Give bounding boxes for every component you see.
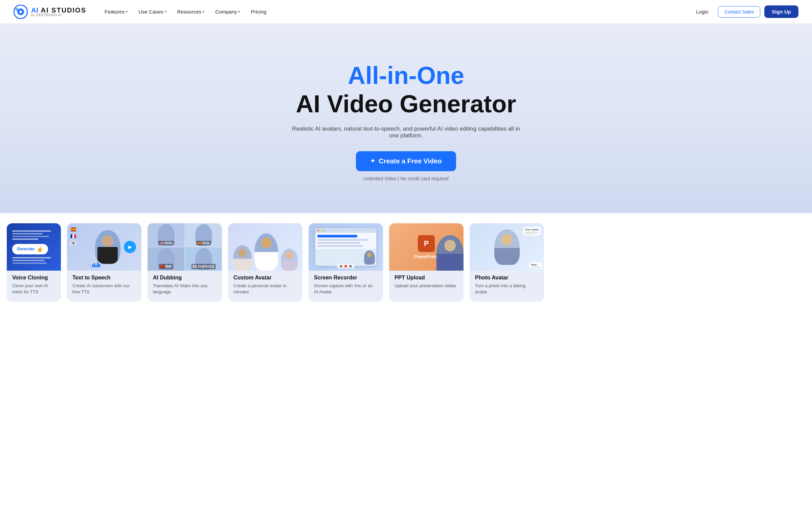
- cursor-icon: ☝: [37, 246, 43, 252]
- flag-row: 🇪🇸 🇫🇷 🇰🇷: [70, 227, 76, 246]
- feature-cards-strip: Generate ☝ Voice Cloning Clone your own …: [0, 213, 812, 312]
- contact-sales-button[interactable]: Contact Sales: [718, 6, 760, 18]
- card-ai-dubbing[interactable]: 🇺🇸 Hello 🇪🇸 Hola 🇨🇳 你好 🇰🇷 안녕하세요 AI Dubbi…: [147, 223, 222, 302]
- card-photo-avatar[interactable]: Your name Your Photo Avatar Turn a photo…: [470, 223, 544, 302]
- card-ppt-upload[interactable]: P PowerPoint PPT Upload Upload your pres…: [389, 223, 464, 302]
- sparkle-icon: ✦: [370, 157, 375, 165]
- dubbing-grid: 🇺🇸 Hello 🇪🇸 Hola 🇨🇳 你好 🇰🇷 안녕하세요: [147, 223, 222, 271]
- card-tts-desc: Create AI voiceovers with our free TTS: [72, 283, 136, 295]
- signup-button[interactable]: Sign Up: [764, 5, 798, 18]
- card-screen-desc: Screen capture with You or an AI Avatar: [314, 283, 378, 295]
- card-ppt-title: PPT Upload: [395, 275, 458, 281]
- card-tts-content: Text to Speech Create AI voiceovers with…: [67, 271, 141, 295]
- flag-label-en: 🇺🇸 Hello: [158, 241, 174, 245]
- card-ppt-desc: Upload your presentation slides: [395, 283, 458, 289]
- chevron-down-icon: ▾: [238, 10, 240, 14]
- card-photo-title: Photo Avatar: [475, 275, 539, 281]
- card-photo-image: Your name Your: [470, 223, 544, 271]
- card-avatar-desc: Create a personal avatar in minutes: [233, 283, 297, 295]
- card-screen-recorder[interactable]: Screen Recorder Screen capture with You …: [309, 223, 383, 302]
- card-screen-content: Screen Recorder Screen capture with You …: [309, 271, 383, 295]
- chevron-down-icon: ▾: [203, 10, 204, 14]
- card-screen-image: [309, 223, 383, 271]
- play-button-mock: ▶: [124, 241, 136, 253]
- card-dubbing-content: AI Dubbing Translates AI Video into any …: [147, 271, 222, 295]
- card-avatar-title: Custom Avatar: [233, 275, 297, 281]
- nav-resources[interactable]: Resources ▾: [173, 6, 210, 17]
- nav-usecases[interactable]: Use Cases ▾: [134, 6, 171, 17]
- svg-point-4: [16, 9, 18, 10]
- logo-text: AI AI STUDIOS by DEEPBRAIN AI: [31, 7, 86, 17]
- card-avatar-image: [228, 223, 303, 271]
- tts-illustration: 🇪🇸 🇫🇷 🇰🇷 ▶ →: [67, 223, 141, 271]
- flag-label-kr: 🇰🇷 안녕하세요: [191, 264, 216, 269]
- card-dubbing-image: 🇺🇸 Hello 🇪🇸 Hola 🇨🇳 你好 🇰🇷 안녕하세요: [147, 223, 222, 271]
- card-dubbing-title: AI Dubbing: [153, 275, 217, 281]
- logo-icon: [14, 5, 28, 19]
- logo-sub: by DEEPBRAIN AI: [31, 14, 86, 17]
- card-photo-desc: Turn a photo into a talking avatar: [475, 283, 539, 295]
- card-tts-title: Text to Speech: [72, 275, 136, 281]
- card-voice-content: Voice Cloning Clone your own AI voice fo…: [7, 271, 61, 295]
- card-screen-title: Screen Recorder: [314, 275, 378, 281]
- card-voice-image: Generate ☝: [7, 223, 61, 271]
- nav-pricing[interactable]: Pricing: [246, 6, 271, 17]
- card-text-to-speech[interactable]: 🇪🇸 🇫🇷 🇰🇷 ▶ →: [67, 223, 141, 302]
- nav-links: Features ▾ Use Cases ▾ Resources ▾ Compa…: [100, 6, 690, 17]
- hero-note: Unlimited Video | No credit card require…: [363, 176, 449, 181]
- generate-label: Generate: [17, 247, 35, 251]
- nav-actions: Login Contact Sales Sign Up: [690, 5, 798, 18]
- nav-company[interactable]: Company ▾: [211, 6, 245, 17]
- hero-subtitle: Realistic AI avatars, natural text-to-sp…: [291, 126, 521, 139]
- flag-label-cn: 🇨🇳 你好: [159, 264, 173, 269]
- chevron-down-icon: ▾: [126, 10, 128, 14]
- logo-name: AI AI STUDIOS: [31, 7, 86, 14]
- chevron-down-icon: ▾: [165, 10, 166, 14]
- login-button[interactable]: Login: [690, 6, 714, 17]
- create-free-video-button[interactable]: ✦ Create a Free Video: [356, 151, 456, 171]
- generate-button-mock: Generate ☝: [12, 244, 48, 254]
- navbar: AI AI STUDIOS by DEEPBRAIN AI Features ▾…: [0, 0, 812, 24]
- name-card-overlay: Your name: [523, 227, 541, 235]
- hero-title-black: AI Video Generator: [296, 91, 516, 118]
- card-voice-cloning[interactable]: Generate ☝ Voice Cloning Clone your own …: [7, 223, 61, 302]
- card-avatar-content: Custom Avatar Create a personal avatar i…: [228, 271, 303, 295]
- create-button-label: Create a Free Video: [379, 157, 441, 165]
- card-photo-content: Photo Avatar Turn a photo into a talking…: [470, 271, 544, 295]
- logo[interactable]: AI AI STUDIOS by DEEPBRAIN AI: [14, 5, 86, 19]
- hero-section: All-in-One AI Video Generator Realistic …: [0, 24, 812, 213]
- card-tts-image: 🇪🇸 🇫🇷 🇰🇷 ▶ →: [67, 223, 141, 271]
- ppt-icon: P: [418, 235, 435, 252]
- svg-point-2: [19, 11, 22, 13]
- card-custom-avatar[interactable]: Custom Avatar Create a personal avatar i…: [228, 223, 303, 302]
- hero-title-blue: All-in-One: [348, 62, 464, 89]
- flag-label-es: 🇪🇸 Hola: [196, 241, 211, 245]
- card-voice-desc: Clone your own AI voice for TTS: [12, 283, 55, 295]
- card-dubbing-desc: Translates AI Video into any language: [153, 283, 217, 295]
- card-ppt-image: P PowerPoint: [389, 223, 464, 271]
- nav-features[interactable]: Features ▾: [100, 6, 132, 17]
- card-voice-title: Voice Cloning: [12, 275, 55, 281]
- card-ppt-content: PPT Upload Upload your presentation slid…: [389, 271, 464, 289]
- voice-waves-illustration: Generate ☝: [7, 225, 61, 269]
- photo-illustration: Your name Your: [470, 223, 544, 271]
